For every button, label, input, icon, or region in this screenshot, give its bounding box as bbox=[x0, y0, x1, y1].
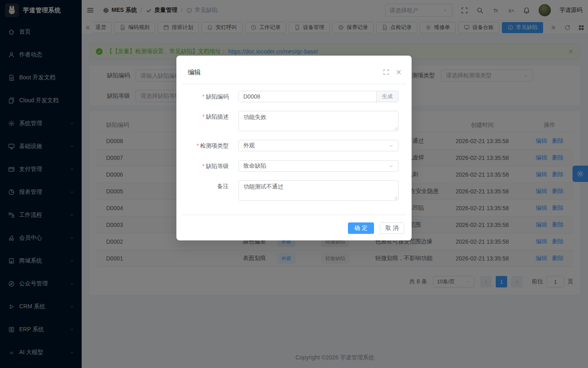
chevron-down-icon bbox=[388, 143, 394, 148]
defect-level-select[interactable]: 致命缺陷 bbox=[238, 160, 399, 172]
close-icon[interactable] bbox=[396, 69, 402, 75]
confirm-button[interactable]: 确 定 bbox=[348, 222, 374, 234]
chevron-down-icon bbox=[388, 164, 394, 169]
required-asterisk: * bbox=[203, 113, 205, 120]
modal-controls bbox=[383, 69, 402, 75]
cancel-button[interactable]: 取 消 bbox=[380, 222, 404, 234]
required-asterisk: * bbox=[203, 93, 205, 100]
modal-header-divider bbox=[182, 84, 406, 84]
edit-defect-modal: 编辑 *缺陷编码 生成 *缺陷描述 功能失效 *检测项类型 外观 *缺陷等级 致… bbox=[176, 56, 412, 240]
required-asterisk: * bbox=[197, 142, 199, 149]
modal-footer-divider bbox=[182, 215, 406, 215]
fullscreen-icon[interactable] bbox=[383, 69, 389, 75]
defect-code-label: 缺陷编码 bbox=[206, 93, 229, 100]
inspection-type-select[interactable]: 外观 bbox=[238, 140, 399, 151]
defect-desc-label: 缺陷描述 bbox=[206, 113, 229, 120]
required-asterisk: * bbox=[203, 163, 205, 169]
modal-title: 编辑 bbox=[188, 68, 201, 77]
defect-code-input-group: 生成 bbox=[238, 91, 399, 102]
remark-label: 备注 bbox=[217, 183, 229, 189]
defect-desc-textarea[interactable]: 功能失效 bbox=[238, 111, 399, 131]
remark-textarea[interactable]: 功能测试不通过 bbox=[238, 180, 399, 201]
generate-button[interactable]: 生成 bbox=[376, 91, 398, 102]
inspection-type-label: 检测项类型 bbox=[200, 142, 229, 149]
defect-code-input[interactable] bbox=[239, 91, 376, 102]
defect-level-label: 缺陷等级 bbox=[206, 163, 229, 169]
